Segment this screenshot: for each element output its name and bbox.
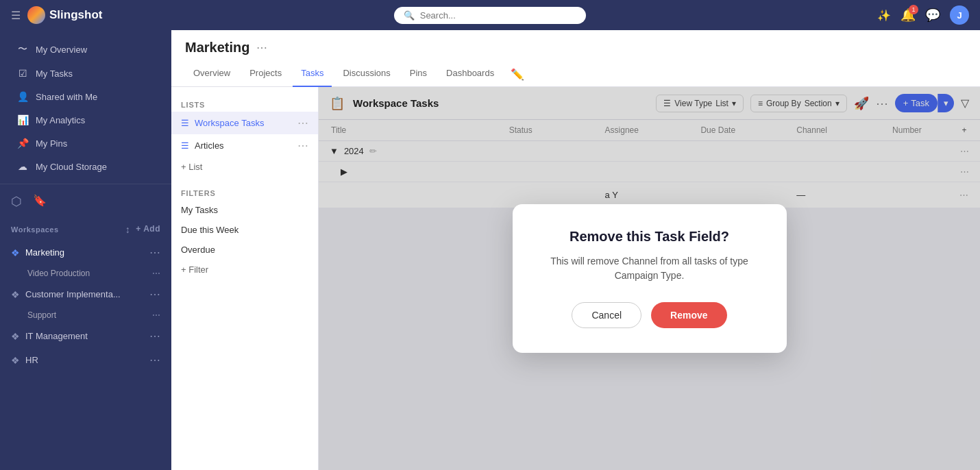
cloud-icon: ☁: [16, 161, 29, 172]
layers-icon[interactable]: ⬡: [11, 194, 22, 209]
page-more-icon[interactable]: ⋯: [256, 41, 267, 54]
workspace-view-switcher: ⬡ 🔖: [0, 190, 171, 213]
shared-icon: 👤: [16, 91, 29, 102]
modal-actions: Cancel Remove: [535, 302, 765, 328]
top-navigation: ☰ Slingshot 🔍 ✨ 🔔 1 💬 J: [0, 0, 980, 30]
filter-item-due-this-week[interactable]: Due this Week: [171, 220, 318, 240]
sidebar-item-shared-with-me[interactable]: 👤 Shared with Me: [5, 86, 166, 108]
sidebar-label-shared: Shared with Me: [36, 92, 97, 102]
remove-field-modal: Remove this Task Field? This will remove…: [513, 204, 787, 353]
sidebar-item-my-analytics[interactable]: 📊 My Analytics: [5, 109, 166, 131]
workspace-item-customer-impl[interactable]: ❖ Customer Implementa... ⋯: [0, 283, 171, 306]
left-panel: LISTS ☰ Workspace Tasks ⋯ ☰ Articles ⋯ +…: [171, 87, 319, 470]
tab-dashboards[interactable]: Dashboards: [438, 62, 502, 87]
filter-label-my-tasks: My Tasks: [181, 205, 218, 215]
chat-icon[interactable]: 💬: [925, 8, 940, 23]
logo-ball-icon: [27, 6, 45, 24]
sidebar-divider: [0, 184, 171, 184]
add-list-btn[interactable]: + List: [171, 157, 318, 177]
remove-button[interactable]: Remove: [651, 302, 726, 328]
modal-overlay: Remove this Task Field? This will remove…: [319, 87, 980, 470]
search-input[interactable]: [420, 10, 576, 21]
tab-projects[interactable]: Projects: [241, 62, 290, 87]
list-item-workspace-tasks[interactable]: ☰ Workspace Tasks ⋯: [171, 112, 318, 134]
hamburger-icon[interactable]: ☰: [11, 9, 21, 22]
avatar[interactable]: J: [950, 5, 969, 25]
sidebar-label-pins: My Pins: [36, 138, 67, 149]
nav-left: ☰ Slingshot: [11, 6, 102, 24]
sidebar-item-my-pins[interactable]: 📌 My Pins: [5, 132, 166, 154]
sub-workspace-dots-video[interactable]: ⋯: [152, 269, 160, 278]
workspace-dots-it[interactable]: ⋯: [149, 330, 160, 343]
my-tasks-icon: ☑: [16, 68, 29, 79]
notifications-container: 🔔 1: [901, 8, 916, 23]
list-dots-workspace[interactable]: ⋯: [297, 116, 308, 129]
filter-item-my-tasks[interactable]: My Tasks: [171, 200, 318, 220]
content-area: LISTS ☰ Workspace Tasks ⋯ ☰ Articles ⋯ +…: [171, 87, 980, 470]
workspaces-label: Workspaces: [11, 225, 59, 234]
filter-item-overdue[interactable]: Overdue: [171, 240, 318, 260]
workspace-layers-icon-ci: ❖: [11, 289, 20, 300]
workspace-layers-icon-it: ❖: [11, 331, 20, 342]
tab-pins[interactable]: Pins: [402, 62, 435, 87]
workspace-dots-marketing[interactable]: ⋯: [149, 246, 160, 259]
cancel-button[interactable]: Cancel: [572, 302, 641, 328]
add-filter-btn[interactable]: + Filter: [171, 260, 318, 280]
tab-discussions[interactable]: Discussions: [334, 62, 398, 87]
right-panel: 📋 Workspace Tasks ☰ View Type List ▾ ≡ G…: [319, 87, 980, 470]
workspace-layers-icon: ❖: [11, 247, 20, 258]
edit-tabs-icon[interactable]: ✏️: [505, 62, 530, 86]
add-workspace-btn[interactable]: + Add: [136, 224, 160, 235]
filter-label-due-week: Due this Week: [181, 225, 238, 235]
sidebar-label-my-overview: My Overview: [36, 45, 87, 55]
list-dots-articles[interactable]: ⋯: [297, 139, 308, 152]
search-bar[interactable]: 🔍: [394, 7, 586, 24]
sidebar-item-my-cloud-storage[interactable]: ☁ My Cloud Storage: [5, 156, 166, 177]
tab-overview[interactable]: Overview: [185, 62, 238, 87]
sidebar-item-my-tasks[interactable]: ☑ My Tasks: [5, 62, 166, 84]
app-name: Slingshot: [49, 8, 102, 22]
notification-badge: 1: [909, 5, 918, 14]
sort-icon[interactable]: ↕: [125, 224, 131, 235]
sub-workspace-label-video: Video Production: [27, 269, 90, 278]
workspace-label-marketing: Marketing: [25, 247, 64, 258]
sidebar-label-analytics: My Analytics: [36, 115, 85, 125]
page-title-row: Marketing ⋯: [185, 40, 966, 55]
sidebar-item-my-overview[interactable]: 〜 My Overview: [5, 38, 166, 61]
nav-right: ✨ 🔔 1 💬 J: [877, 5, 969, 25]
page-tabs: Overview Projects Tasks Discussions Pins…: [185, 62, 966, 86]
sub-workspace-label-support: Support: [27, 310, 56, 320]
app-logo: Slingshot: [27, 6, 102, 24]
app-body: 〜 My Overview ☑ My Tasks 👤 Shared with M…: [0, 30, 980, 470]
workspace-actions: ↕ + Add: [125, 224, 160, 235]
workspace-item-video-production[interactable]: Video Production ⋯: [0, 264, 171, 282]
workspace-dots-hr[interactable]: ⋯: [149, 354, 160, 367]
sub-workspace-dots-support[interactable]: ⋯: [152, 310, 160, 320]
workspace-item-support[interactable]: Support ⋯: [0, 306, 171, 324]
tab-tasks[interactable]: Tasks: [293, 62, 332, 87]
lists-section-title: LISTS: [171, 95, 318, 112]
my-overview-icon: 〜: [16, 43, 29, 55]
filter-label-overdue: Overdue: [181, 245, 215, 255]
workspace-item-it-management[interactable]: ❖ IT Management ⋯: [0, 325, 171, 347]
page-header: Marketing ⋯ Overview Projects Tasks Disc…: [171, 30, 980, 87]
search-area: 🔍: [110, 7, 869, 24]
list-icon-articles: ☰: [181, 140, 189, 151]
workspace-item-hr[interactable]: ❖ HR ⋯: [0, 349, 171, 371]
list-item-articles[interactable]: ☰ Articles ⋯: [171, 134, 318, 157]
bookmark-icon[interactable]: 🔖: [33, 194, 47, 209]
list-icon: ☰: [181, 118, 189, 128]
workspace-item-marketing[interactable]: ❖ Marketing ⋯: [0, 241, 171, 264]
analytics-icon: 📊: [16, 114, 29, 125]
workspace-label-ci: Customer Implementa...: [25, 289, 121, 299]
pins-icon: 📌: [16, 138, 29, 149]
main-content: Marketing ⋯ Overview Projects Tasks Disc…: [171, 30, 980, 470]
page-title: Marketing: [185, 40, 249, 55]
add-list-label: + List: [181, 162, 202, 172]
add-filter-label: + Filter: [181, 264, 208, 275]
filters-section-title: FILTERS: [171, 184, 318, 200]
list-label-articles: Articles: [195, 140, 224, 151]
workspace-dots-ci[interactable]: ⋯: [149, 288, 160, 301]
sparkle-icon[interactable]: ✨: [877, 9, 891, 22]
search-icon: 🔍: [404, 10, 415, 21]
